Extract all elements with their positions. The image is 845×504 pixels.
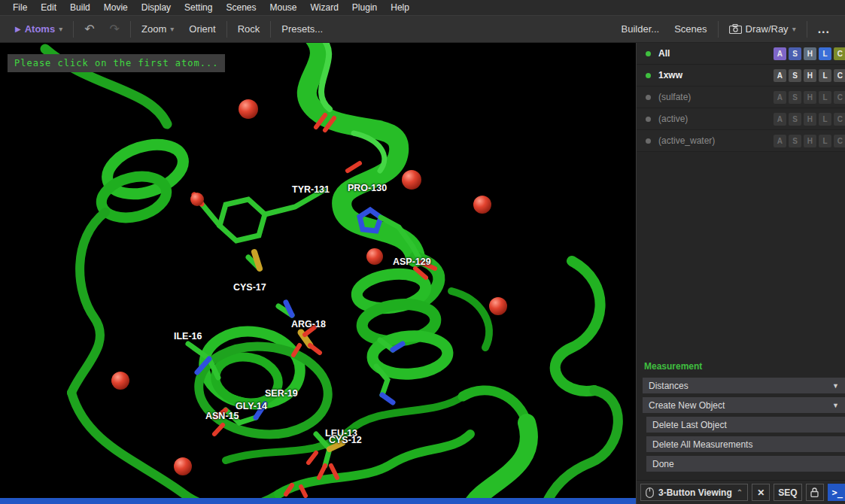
object-enabled-dot (646, 117, 651, 122)
action-button-a[interactable]: A (774, 69, 786, 82)
zoom-label: Zoom (141, 23, 166, 35)
residue-label: ASP-129 (393, 257, 431, 267)
menu-build[interactable]: Build (63, 1, 97, 14)
color-button-c[interactable]: C (834, 135, 845, 147)
color-button-c[interactable]: C (834, 69, 845, 82)
object-name[interactable]: (sulfate) (658, 92, 691, 102)
menu-file[interactable]: File (6, 1, 34, 14)
hide-button-h[interactable]: H (804, 47, 816, 60)
chevron-down-icon: ▼ (832, 382, 839, 390)
more-options-button[interactable]: ... (810, 19, 837, 40)
measurement-mode-value: Distances (649, 381, 688, 391)
mouse-mode-label: 3-Button Viewing (658, 487, 732, 498)
hide-button-h[interactable]: H (804, 113, 816, 126)
color-button-c[interactable]: C (834, 91, 845, 104)
sidebar-empty-space (637, 152, 845, 357)
protein-structure-graphic (0, 43, 636, 498)
object-enabled-dot (646, 73, 651, 78)
toolbar-separator (807, 21, 807, 38)
menu-setting[interactable]: Setting (178, 1, 219, 14)
menu-wizard[interactable]: Wizard (304, 1, 345, 14)
redo-button[interactable]: ↷ (102, 18, 127, 40)
menu-help[interactable]: Help (384, 1, 416, 14)
builder-button[interactable]: Builder... (614, 20, 667, 38)
toolbar-separator (270, 21, 271, 38)
toolbar-separator (226, 21, 227, 38)
measurement-title: Measurement (644, 361, 845, 372)
hide-button-h[interactable]: H (804, 135, 816, 147)
menu-plugin[interactable]: Plugin (345, 1, 384, 14)
object-enabled-dot (646, 95, 651, 100)
toolbar-separator (73, 21, 74, 38)
label-button-l[interactable]: L (819, 91, 831, 104)
done-button[interactable]: Done (646, 456, 845, 472)
label-button-l[interactable]: L (819, 135, 831, 147)
label-button-l[interactable]: L (819, 113, 831, 126)
mouse-mode-bar: 3-Button Viewing ⌃ ✕ SEQ >_ (637, 480, 845, 504)
measurement-panel: Measurement Distances ▼ Create New Objec… (637, 357, 845, 480)
menu-scenes[interactable]: Scenes (219, 1, 263, 14)
mouse-mode-selector[interactable]: 3-Button Viewing ⌃ (640, 484, 748, 501)
show-button-s[interactable]: S (789, 135, 801, 147)
draw-ray-dropdown[interactable]: Draw/Ray ▾ (722, 20, 804, 38)
rock-button[interactable]: Rock (230, 20, 268, 38)
object-name[interactable]: All (658, 48, 670, 59)
scenes-button[interactable]: Scenes (667, 20, 714, 38)
seq-toggle-button[interactable]: SEQ (774, 484, 801, 501)
measurement-target-select[interactable]: Create New Object ▼ (643, 397, 845, 413)
molecule-canvas[interactable]: Please click on the first atom... TYR-13… (0, 43, 636, 498)
action-button-a[interactable]: A (774, 113, 786, 126)
toolbar: ▶ Atoms ▾ ↶ ↷ Zoom ▾ Orient Rock Presets… (0, 15, 845, 43)
object-row-1xww[interactable]: 1xww A S H L C (637, 65, 845, 87)
delete-last-object-button[interactable]: Delete Last Object (646, 417, 845, 433)
object-name[interactable]: 1xww (658, 70, 682, 80)
object-row-active-water[interactable]: (active_water) A S H L C (637, 130, 845, 152)
wizard-prompt: Please click on the first atom... (8, 54, 225, 72)
action-button-a[interactable]: A (774, 47, 786, 60)
mouse-icon (646, 487, 654, 498)
object-row-all[interactable]: All A S H L C (637, 43, 845, 65)
undo-button[interactable]: ↶ (77, 18, 102, 40)
object-enabled-dot (646, 51, 651, 56)
color-button-c[interactable]: C (834, 47, 845, 60)
menu-movie[interactable]: Movie (97, 1, 135, 14)
show-button-s[interactable]: S (789, 91, 801, 104)
measurement-mode-select[interactable]: Distances ▼ (643, 378, 845, 393)
camera-icon (729, 24, 742, 34)
object-enabled-dot (646, 138, 651, 144)
atoms-dropdown[interactable]: ▶ Atoms ▾ (8, 20, 70, 38)
hide-button-h[interactable]: H (804, 91, 816, 104)
close-panel-button[interactable]: ✕ (752, 484, 770, 501)
hide-button-h[interactable]: H (804, 69, 816, 82)
menu-mouse[interactable]: Mouse (263, 1, 303, 14)
redo-icon: ↷ (110, 22, 120, 36)
lock-button[interactable] (806, 484, 824, 501)
terminal-toggle-button[interactable]: >_ (828, 484, 845, 501)
delete-all-measurements-button[interactable]: Delete All Measurements (646, 436, 845, 452)
play-triangle-icon: ▶ (15, 25, 21, 33)
toolbar-separator (130, 21, 131, 38)
residue-label: SER-19 (265, 388, 298, 399)
chevron-down-icon: ▼ (832, 402, 839, 409)
chevron-down-icon: ▾ (59, 25, 62, 33)
object-row-sulfate[interactable]: (sulfate) A S H L C (637, 87, 845, 108)
object-row-active[interactable]: (active) A S H L C (637, 108, 845, 130)
label-button-l[interactable]: L (819, 47, 831, 60)
presets-dropdown[interactable]: Presets... (274, 20, 330, 38)
label-button-l[interactable]: L (819, 69, 831, 82)
viewport-3d[interactable]: Please click on the first atom... TYR-13… (0, 43, 636, 504)
orient-button[interactable]: Orient (181, 20, 223, 38)
menu-edit[interactable]: Edit (34, 1, 63, 14)
show-button-s[interactable]: S (789, 69, 801, 82)
show-button-s[interactable]: S (789, 113, 801, 126)
menu-display[interactable]: Display (135, 1, 178, 14)
lock-icon (810, 487, 819, 497)
color-button-c[interactable]: C (834, 113, 845, 126)
action-button-a[interactable]: A (774, 135, 786, 147)
zoom-dropdown[interactable]: Zoom ▾ (134, 20, 181, 38)
action-button-a[interactable]: A (774, 91, 786, 104)
show-button-s[interactable]: S (789, 47, 801, 60)
object-name[interactable]: (active_water) (658, 135, 715, 146)
residue-label: ILE-16 (174, 331, 202, 342)
object-name[interactable]: (active) (658, 114, 688, 124)
